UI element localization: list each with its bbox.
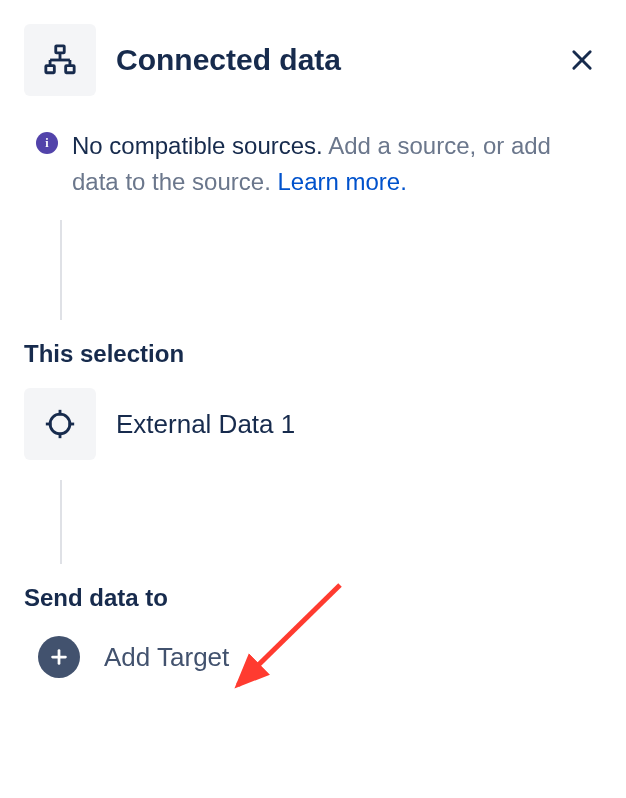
info-text: No compatible sources. Add a source, or … (72, 128, 602, 200)
selection-item: External Data 1 (24, 388, 602, 460)
connector-line (60, 480, 62, 564)
connector-line (60, 220, 62, 320)
sitemap-icon (24, 24, 96, 96)
panel-title: Connected data (116, 43, 341, 77)
svg-rect-1 (46, 66, 55, 73)
target-icon (24, 388, 96, 460)
svg-rect-2 (66, 66, 75, 73)
add-target-label: Add Target (104, 642, 229, 673)
info-message: i No compatible sources. Add a source, o… (24, 128, 602, 200)
close-button[interactable] (562, 40, 602, 80)
plus-icon (38, 636, 80, 678)
target-section-label: Send data to (24, 584, 602, 612)
svg-rect-0 (56, 46, 65, 53)
learn-more-link[interactable]: Learn more. (277, 168, 406, 195)
info-bold: No compatible sources. (72, 132, 328, 159)
selection-section-label: This selection (24, 340, 602, 368)
header-left: Connected data (24, 24, 341, 96)
selection-name: External Data 1 (116, 409, 295, 440)
panel-header: Connected data (24, 24, 602, 96)
info-icon: i (36, 132, 58, 154)
svg-point-9 (50, 414, 70, 434)
add-target-button[interactable]: Add Target (24, 636, 602, 678)
